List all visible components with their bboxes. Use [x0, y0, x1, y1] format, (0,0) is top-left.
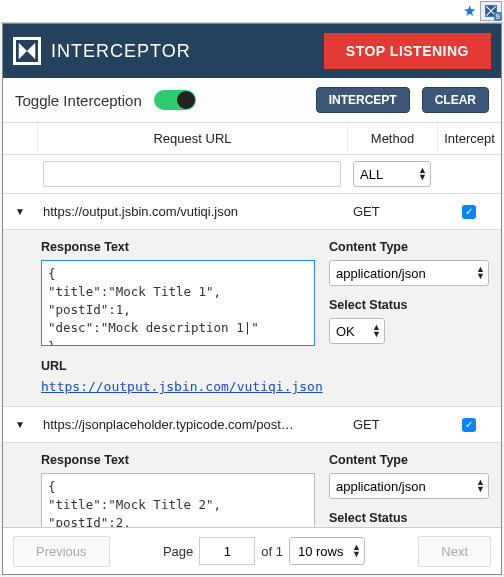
- expanded-panel: Response Text { "title":"Mock Title 1", …: [3, 230, 501, 407]
- previous-button[interactable]: Previous: [13, 536, 110, 567]
- expand-toggle-icon[interactable]: ▼: [3, 206, 37, 217]
- content-type-select[interactable]: application/json: [329, 473, 489, 499]
- extension-badge: 9: [494, 12, 502, 21]
- stop-listening-button[interactable]: STOP LISTENING: [324, 33, 491, 69]
- page-number-input[interactable]: [199, 537, 255, 565]
- intercept-button[interactable]: INTERCEPT: [316, 87, 410, 113]
- bookmark-star-icon[interactable]: ★: [463, 2, 476, 20]
- row-method: GET: [347, 409, 437, 440]
- content-type-label: Content Type: [329, 453, 489, 467]
- filter-row: ALL ▲▼: [3, 155, 501, 194]
- table-row: ▼ https://output.jsbin.com/vutiqi.json G…: [3, 194, 501, 230]
- extension-icon[interactable]: 9: [480, 1, 502, 21]
- select-status-label: Select Status: [329, 298, 489, 312]
- url-link[interactable]: https://output.jsbin.com/vutiqi.json: [41, 379, 323, 394]
- app-title: INTERCEPTOR: [51, 41, 314, 62]
- response-text-input[interactable]: { "title":"Mock Title 1", "postId":1, "d…: [41, 260, 315, 346]
- response-text-input[interactable]: { "title":"Mock Title 2", "postId":2, "d…: [41, 473, 315, 527]
- pagination-bar: Previous Page of 1 10 rows ▲▼ Next: [3, 527, 501, 574]
- clear-button[interactable]: CLEAR: [422, 87, 489, 113]
- row-method: GET: [347, 196, 437, 227]
- response-text-label: Response Text: [41, 240, 315, 254]
- app-header: INTERCEPTOR STOP LISTENING: [3, 24, 501, 78]
- intercept-checkbox[interactable]: ✓: [462, 205, 476, 219]
- table-row: ▼ https://jsonplaceholder.typicode.com/p…: [3, 407, 501, 443]
- status-select[interactable]: OK: [329, 318, 385, 344]
- response-text-label: Response Text: [41, 453, 315, 467]
- expanded-panel: Response Text { "title":"Mock Title 2", …: [3, 443, 501, 527]
- row-url: https://output.jsbin.com/vutiqi.json: [37, 196, 347, 227]
- intercept-checkbox[interactable]: ✓: [462, 418, 476, 432]
- page-of-label: of 1: [261, 544, 283, 559]
- url-label: URL: [41, 359, 315, 373]
- select-status-label: Select Status: [329, 511, 489, 525]
- interception-toggle[interactable]: [154, 90, 196, 110]
- column-header-method: Method: [347, 123, 437, 154]
- page-label: Page: [163, 544, 193, 559]
- next-button[interactable]: Next: [418, 536, 491, 567]
- column-header-url: Request URL: [37, 123, 347, 154]
- url-filter-input[interactable]: [43, 161, 341, 187]
- content-type-label: Content Type: [329, 240, 489, 254]
- rows-per-page-select[interactable]: 10 rows: [289, 537, 365, 565]
- column-header-intercept: Intercept: [437, 123, 501, 154]
- method-filter-select[interactable]: ALL: [353, 161, 431, 187]
- content-type-select[interactable]: application/json: [329, 260, 489, 286]
- expand-toggle-icon[interactable]: ▼: [3, 419, 37, 430]
- table-header: Request URL Method Intercept: [3, 123, 501, 155]
- row-url: https://jsonplaceholder.typicode.com/pos…: [37, 409, 347, 440]
- toggle-interception-label: Toggle Interception: [15, 92, 142, 109]
- app-logo-icon: [13, 37, 41, 65]
